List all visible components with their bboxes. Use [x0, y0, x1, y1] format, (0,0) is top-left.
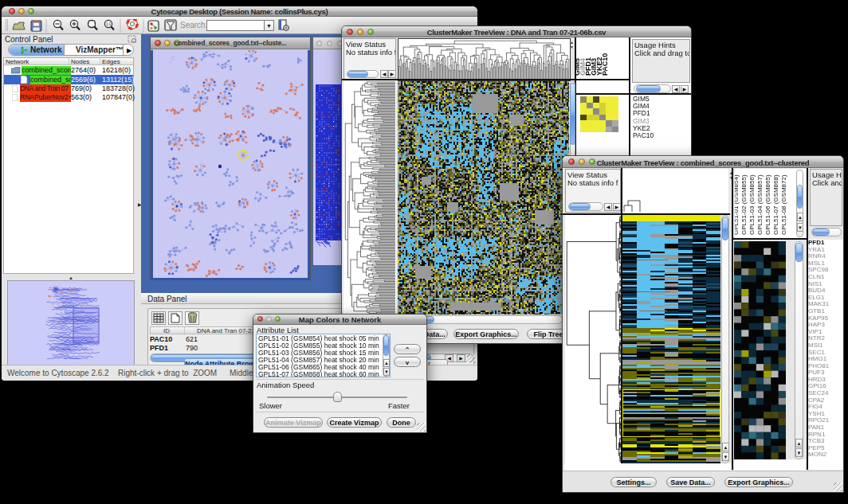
- svg-text:1:1: 1:1: [106, 22, 112, 26]
